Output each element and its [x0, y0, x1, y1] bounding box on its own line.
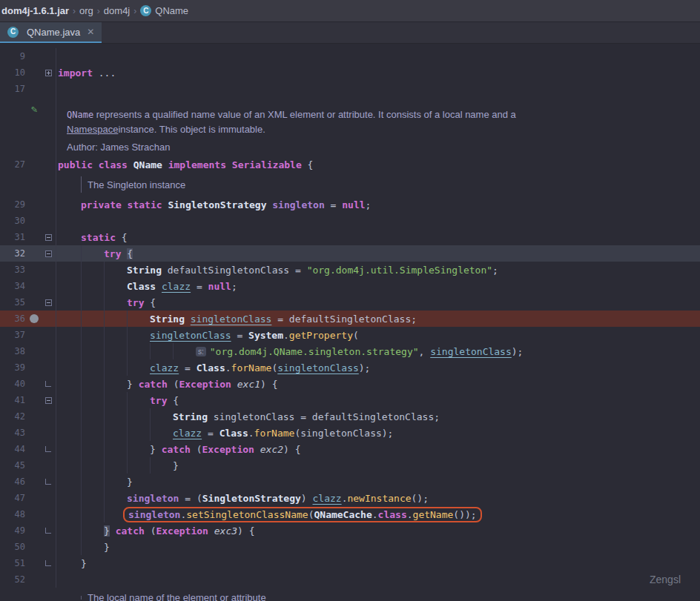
- code-token: null: [342, 199, 365, 210]
- line-number[interactable]: 31: [0, 232, 25, 242]
- fold-collapse-icon[interactable]: [43, 397, 53, 404]
- breakpoint-icon[interactable]: [25, 314, 43, 323]
- code-line[interactable]: 43clazz = Class.forName(singletonClass);: [0, 425, 700, 441]
- line-number[interactable]: 52: [0, 574, 25, 585]
- fold-end-icon[interactable]: [43, 560, 53, 566]
- code-line[interactable]: 37singletonClass = System.getProperty(: [0, 327, 700, 343]
- code-token: ): [301, 493, 313, 504]
- code-line[interactable]: 40} catch (Exception exc1) {: [0, 376, 700, 392]
- gutter: 32: [0, 245, 56, 262]
- code-line[interactable]: 46}: [0, 474, 700, 490]
- code-line[interactable]: 44} catch (Exception exc2) {: [0, 441, 700, 457]
- breadcrumb-item-dom4j[interactable]: dom4j: [104, 5, 130, 16]
- fold-collapse-icon[interactable]: [43, 250, 53, 257]
- line-number[interactable]: 39: [0, 362, 25, 373]
- code-line[interactable]: 38s:"org.dom4j.QName.singleton.strategy"…: [0, 343, 700, 359]
- line-number[interactable]: 48: [0, 509, 25, 519]
- code-line[interactable]: 45}: [0, 457, 700, 474]
- indent-guide: [58, 490, 81, 506]
- code-line[interactable]: 30: [0, 213, 700, 229]
- highlight-annotation-box: singleton.setSingletonClassName(QNameCac…: [123, 507, 482, 522]
- code-editor[interactable]: 910import ...17✎QName represents a quali…: [0, 44, 700, 601]
- line-number[interactable]: 36: [0, 313, 25, 324]
- code-token: Class: [197, 362, 225, 373]
- code-line[interactable]: 42String singletonClass = defaultSinglet…: [0, 408, 700, 425]
- line-number[interactable]: 40: [0, 379, 25, 389]
- fold-end-icon[interactable]: [43, 528, 53, 534]
- breadcrumb-item-qname[interactable]: C QName: [140, 5, 188, 16]
- code-line[interactable]: 41try {: [0, 392, 700, 408]
- line-number[interactable]: 35: [0, 297, 25, 308]
- code-token: ) {: [283, 444, 300, 455]
- line-number[interactable]: 41: [0, 395, 25, 405]
- line-number[interactable]: 10: [0, 67, 25, 78]
- code-line[interactable]: 49} catch (Exception exc3) {: [0, 522, 700, 539]
- doc-comment-row[interactable]: The local name of the element or attribu…: [0, 588, 700, 601]
- code-line[interactable]: 9: [0, 48, 700, 64]
- edit-docs-pencil-icon[interactable]: ✎: [25, 103, 43, 115]
- close-icon[interactable]: ✕: [87, 27, 94, 37]
- line-number[interactable]: 33: [0, 265, 25, 275]
- code-line[interactable]: 39clazz = Class.forName(singletonClass);: [0, 359, 700, 376]
- line-number[interactable]: 45: [0, 460, 25, 471]
- indent-guide: [81, 294, 104, 311]
- code-token: exc3: [214, 525, 237, 537]
- code-line[interactable]: 36String singletonClass = defaultSinglet…: [0, 311, 700, 327]
- line-number[interactable]: 42: [0, 411, 25, 422]
- line-number[interactable]: 30: [0, 216, 25, 226]
- line-number[interactable]: 27: [0, 159, 25, 170]
- doc-comment-row[interactable]: The Singleton instance: [0, 173, 700, 196]
- gutter: 49: [0, 522, 56, 539]
- line-content: clazz = Class.forName(singletonClass);: [56, 359, 700, 376]
- line-number[interactable]: 17: [0, 84, 25, 94]
- code-line[interactable]: 33String defaultSingletonClass = "org.do…: [0, 262, 700, 278]
- line-number[interactable]: 37: [0, 330, 25, 340]
- code-token: .: [225, 362, 231, 373]
- code-token: Namespace: [67, 124, 118, 135]
- doc-comment-row[interactable]: ✎QName represents a qualified name value…: [0, 97, 700, 156]
- code-line[interactable]: 29private static SingletonStrategy singl…: [0, 196, 700, 213]
- line-number[interactable]: 51: [0, 558, 25, 568]
- code-line[interactable]: 34Class clazz = null;: [0, 278, 700, 294]
- line-number[interactable]: 50: [0, 542, 25, 552]
- fold-collapse-icon[interactable]: [43, 234, 53, 241]
- fold-end-icon[interactable]: [43, 446, 53, 452]
- fold-end-icon[interactable]: [43, 381, 53, 387]
- fold-collapse-icon[interactable]: [43, 299, 53, 306]
- code-line[interactable]: 51}: [0, 555, 700, 571]
- line-number[interactable]: 47: [0, 493, 25, 503]
- line-number[interactable]: 49: [0, 525, 25, 536]
- line-content: The Singleton instance: [56, 173, 700, 196]
- line-number[interactable]: 29: [0, 199, 25, 210]
- code-line[interactable]: 32try {: [0, 245, 700, 262]
- line-number[interactable]: 34: [0, 281, 25, 291]
- code-line[interactable]: 52Zengsl: [0, 571, 700, 588]
- fold-expand-icon[interactable]: [43, 70, 53, 76]
- code-line[interactable]: 10import ...: [0, 64, 700, 81]
- code-line[interactable]: 48singleton.setSingletonClassName(QNameC…: [0, 506, 700, 522]
- indent-guide: [58, 457, 81, 474]
- code-token: defaultSingletonClass =: [168, 265, 307, 276]
- code-token: System: [248, 330, 283, 341]
- code-line[interactable]: 31static {: [0, 229, 700, 245]
- code-line[interactable]: 27public class QName implements Serializ…: [0, 156, 700, 173]
- code-line[interactable]: 17: [0, 81, 700, 97]
- line-number[interactable]: 44: [0, 444, 25, 454]
- line-number[interactable]: 32: [0, 248, 25, 259]
- code-token: ());: [453, 509, 476, 520]
- watermark: Zengsl: [650, 571, 681, 588]
- fold-end-icon[interactable]: [43, 479, 53, 485]
- code-line[interactable]: 47singleton = (SingletonStrategy) clazz.…: [0, 490, 700, 506]
- breadcrumb-item-jar[interactable]: dom4j-1.6.1.jar: [1, 5, 69, 16]
- code-token: (: [174, 379, 179, 390]
- line-number[interactable]: 46: [0, 477, 25, 487]
- line-number[interactable]: 9: [0, 51, 25, 62]
- line-number[interactable]: 38: [0, 346, 25, 356]
- code-line[interactable]: 35try {: [0, 294, 700, 311]
- code-token: ;: [492, 265, 498, 276]
- line-number[interactable]: 43: [0, 428, 25, 438]
- indent-guide: [104, 278, 127, 294]
- tab-qname-java[interactable]: C QName.java ✕: [0, 22, 102, 43]
- code-line[interactable]: 50}: [0, 539, 700, 555]
- breadcrumb-item-org[interactable]: org: [79, 5, 93, 16]
